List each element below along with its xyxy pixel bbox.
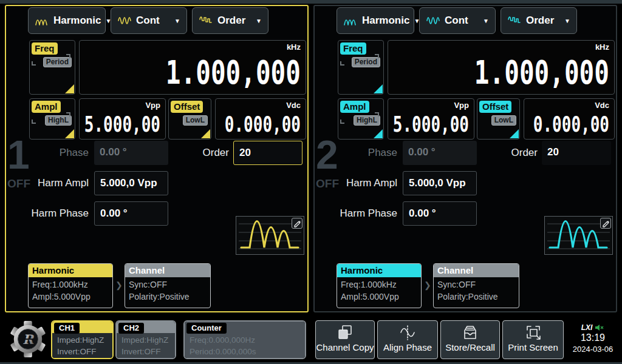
align-phase-button[interactable]: Align Phase [377, 320, 438, 359]
harm-phase-label: Harm Phase [6, 201, 89, 226]
copy-icon [316, 324, 374, 342]
harm-phase-input[interactable]: 0.00 ° [94, 201, 168, 226]
freq-period-toggle[interactable]: Freq Period [29, 40, 75, 95]
harm-ampl-input[interactable]: 5.000,0 Vpp [94, 171, 168, 195]
freq-value: 1.000,000 [166, 55, 301, 92]
corner-bracket-icon [32, 120, 36, 124]
offset-lowl-toggle[interactable]: Offset LowL [477, 98, 520, 140]
counter-period: Period:0.000,000s [190, 346, 300, 357]
ampl-value: 5.000,00 [393, 112, 469, 137]
harmonic-info-ampl: Ampl:5.000Vpp [29, 292, 112, 302]
harm-ampl-label: Harm Ampl [315, 171, 397, 195]
harm-ampl-label: Harm Ampl [6, 171, 89, 195]
harmonic-param-label: Order [217, 15, 245, 27]
waveform-select-dropdown[interactable]: Harmonic ▼ [337, 7, 414, 34]
corner-bracket-icon [32, 61, 36, 66]
harmonic-waveform-curve [550, 221, 607, 248]
waveform-select-dropdown[interactable]: Harmonic ▼ [28, 7, 106, 34]
ampl-label: Ampl [32, 101, 61, 113]
channel-info-card[interactable]: Channel Sync:OFF Polarity:Positive [125, 263, 211, 308]
ampl-highl-toggle[interactable]: Ampl HighL [29, 98, 75, 140]
edit-waveform-icon[interactable] [600, 218, 611, 229]
order-input[interactable]: 20 [542, 141, 611, 165]
offset-label: Offset [479, 101, 511, 113]
toggle-triangle-icon [374, 129, 383, 138]
ch1-tab-strip: CH1 [52, 322, 112, 333]
print-screen-button[interactable]: Print Screen [502, 320, 564, 359]
offset-value: 0.000,00 [533, 112, 609, 137]
harm-phase-label: Harm Phase [315, 201, 397, 226]
run-mode-dropdown[interactable]: Cont ▼ [111, 7, 187, 34]
freq-unit: kHz [287, 42, 301, 52]
waveform-preview[interactable] [544, 216, 613, 255]
chevron-down-icon: ▼ [564, 18, 570, 24]
toggle-triangle-icon [201, 129, 210, 138]
freq-unit: kHz [595, 42, 609, 52]
harmonic-wave-icon [343, 15, 358, 27]
phase-input[interactable]: 0.00 ° [94, 141, 168, 165]
channel-copy-button[interactable]: Channel Copy [315, 320, 375, 359]
ch2-invert: Invert:OFF [121, 346, 170, 357]
offset-display[interactable]: Vdc 0.000,00 [524, 98, 615, 140]
freq-display[interactable]: kHz 1.000,000 [388, 40, 615, 95]
order-wave-icon [507, 15, 522, 26]
corner-bracket-icon [66, 54, 70, 58]
rigol-logo[interactable]: R [5, 318, 51, 360]
harmonic-param-dropdown[interactable]: Order ▼ [501, 7, 577, 34]
chevron-right-icon: ❯ [424, 280, 431, 290]
counter-tab[interactable]: Counter Freq:0.000,000Hz Period:0.000,00… [183, 320, 306, 359]
harm-ampl-input[interactable]: 5.000,0 Vpp [403, 171, 477, 195]
corner-bracket-icon [375, 54, 379, 58]
phase-label: Phase [6, 141, 89, 165]
ch2-impedance: Imped:HighZ [121, 334, 170, 346]
run-mode-dropdown[interactable]: Cont ▼ [419, 7, 496, 34]
offset-unit: Vdc [595, 101, 609, 110]
status-box: LXI 13:19 2024-03-06 [567, 319, 618, 360]
ampl-display[interactable]: Vpp 5.000,00 [79, 98, 166, 140]
waveform-toolbar: Harmonic ▼ Cont ▼ Order ▼ [337, 7, 577, 34]
harmonic-info-ampl: Ampl:5.000Vpp [337, 292, 421, 302]
channel-1-panel: 1 OFF Harmonic ▼ Cont ▼ Order ▼ Freq Per… [5, 5, 309, 312]
ch2-output-tab[interactable]: CH2 Imped:HighZ Invert:OFF [115, 320, 176, 359]
store-recall-button[interactable]: Store/Recall [440, 320, 500, 359]
period-label: Period [352, 57, 380, 67]
order-wave-icon [199, 15, 213, 26]
corner-bracket-icon [66, 112, 70, 116]
corner-bracket-icon [340, 120, 344, 124]
toggle-triangle-icon [374, 84, 383, 93]
toggle-triangle-icon [65, 129, 74, 138]
channel-info-title: Channel [125, 264, 210, 277]
edit-waveform-icon[interactable] [292, 218, 302, 229]
order-input[interactable]: 20 [233, 141, 302, 165]
freq-label: Freq [32, 42, 58, 55]
gear-logo-icon: R [9, 320, 47, 358]
harmonic-param-dropdown[interactable]: Order ▼ [192, 7, 268, 34]
waveform-preview[interactable] [236, 216, 304, 255]
freq-display[interactable]: kHz 1.000,000 [79, 40, 306, 95]
offset-display[interactable]: Vdc 0.000,00 [215, 98, 306, 140]
lowl-label: LowL [491, 115, 516, 126]
freq-label: Freq [340, 42, 366, 55]
freq-period-toggle[interactable]: Freq Period [338, 40, 384, 95]
phase-input[interactable]: 0.00 ° [403, 141, 477, 165]
highl-label: HighL [45, 115, 72, 126]
harmonic-info-card[interactable]: Harmonic Freq:1.000kHz Ampl:5.000Vpp [337, 263, 422, 308]
ampl-highl-toggle[interactable]: Ampl HighL [338, 98, 384, 140]
lxi-label: LXI [581, 323, 593, 332]
harm-phase-input[interactable]: 0.00 ° [403, 201, 477, 226]
channel-info-card[interactable]: Channel Sync:OFF Polarity:Positive [433, 263, 519, 308]
ch1-impedance: Imped:HighZ [57, 334, 108, 346]
offset-lowl-toggle[interactable]: Offset LowL [168, 98, 211, 140]
ampl-unit: Vpp [454, 101, 469, 110]
clock-time: 13:19 [567, 332, 618, 343]
ampl-display[interactable]: Vpp 5.000,00 [388, 98, 474, 140]
ch1-output-tab[interactable]: CH1 Imped:HighZ Invert:OFF [51, 320, 114, 359]
lowl-label: LowL [183, 115, 208, 126]
chevron-down-icon: ▼ [256, 18, 262, 24]
harmonic-waveform-curve [241, 221, 298, 248]
clock-date: 2024-03-06 [567, 345, 618, 354]
harmonic-param-label: Order [526, 15, 554, 27]
harmonic-info-card[interactable]: Harmonic Freq:1.000kHz Ampl:5.000Vpp [28, 263, 113, 308]
speaker-muted-icon [595, 324, 604, 331]
top-bezel-strip [0, 0, 622, 4]
